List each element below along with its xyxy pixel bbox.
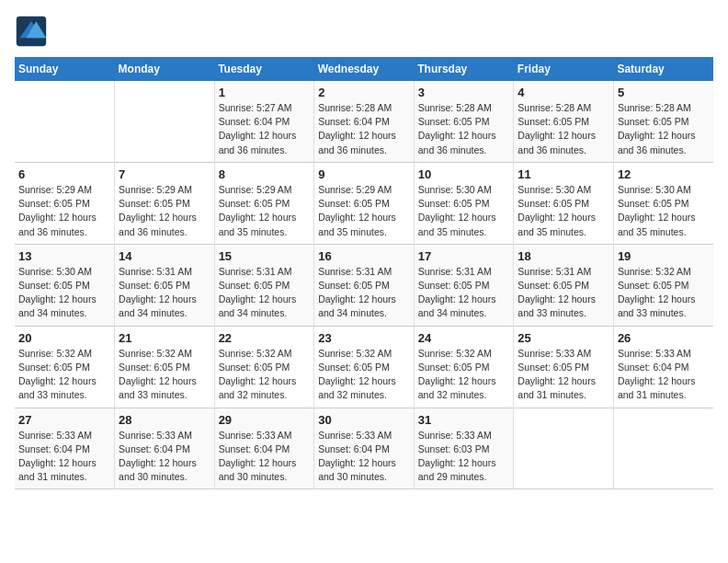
week-row-1: 1Sunrise: 5:27 AM Sunset: 6:04 PM Daylig… [15, 81, 713, 162]
day-info: Sunrise: 5:33 AM Sunset: 6:05 PM Dayligh… [518, 347, 609, 403]
day-info: Sunrise: 5:31 AM Sunset: 6:05 PM Dayligh… [219, 265, 311, 321]
day-number: 4 [518, 86, 609, 99]
week-row-2: 6Sunrise: 5:29 AM Sunset: 6:05 PM Daylig… [15, 162, 713, 244]
day-number: 8 [219, 167, 311, 181]
day-cell [115, 81, 215, 162]
day-cell: 17Sunrise: 5:31 AM Sunset: 6:05 PM Dayli… [414, 244, 514, 326]
day-number: 22 [219, 331, 311, 345]
week-row-3: 13Sunrise: 5:30 AM Sunset: 6:05 PM Dayli… [15, 244, 713, 326]
day-cell: 21Sunrise: 5:32 AM Sunset: 6:05 PM Dayli… [115, 326, 215, 408]
day-cell: 22Sunrise: 5:32 AM Sunset: 6:05 PM Dayli… [214, 326, 314, 408]
day-info: Sunrise: 5:29 AM Sunset: 6:05 PM Dayligh… [18, 183, 110, 239]
day-cell: 7Sunrise: 5:29 AM Sunset: 6:05 PM Daylig… [115, 162, 215, 244]
day-cell [613, 408, 713, 489]
day-info: Sunrise: 5:32 AM Sunset: 6:05 PM Dayligh… [318, 347, 410, 403]
day-cell: 30Sunrise: 5:33 AM Sunset: 6:04 PM Dayli… [314, 408, 415, 489]
day-info: Sunrise: 5:31 AM Sunset: 6:05 PM Dayligh… [119, 265, 210, 321]
day-number: 27 [18, 413, 110, 427]
day-info: Sunrise: 5:27 AM Sunset: 6:04 PM Dayligh… [219, 101, 311, 157]
day-cell: 5Sunrise: 5:28 AM Sunset: 6:05 PM Daylig… [613, 81, 713, 162]
day-cell: 24Sunrise: 5:32 AM Sunset: 6:05 PM Dayli… [414, 326, 514, 408]
day-cell: 9Sunrise: 5:29 AM Sunset: 6:05 PM Daylig… [314, 162, 415, 244]
day-cell: 20Sunrise: 5:32 AM Sunset: 6:05 PM Dayli… [15, 326, 115, 408]
day-info: Sunrise: 5:32 AM Sunset: 6:05 PM Dayligh… [219, 347, 311, 403]
day-number: 13 [18, 249, 110, 263]
day-number: 29 [219, 413, 311, 427]
day-info: Sunrise: 5:32 AM Sunset: 6:05 PM Dayligh… [18, 347, 110, 403]
day-cell: 6Sunrise: 5:29 AM Sunset: 6:05 PM Daylig… [15, 162, 115, 244]
day-cell: 19Sunrise: 5:32 AM Sunset: 6:05 PM Dayli… [613, 244, 713, 326]
day-cell: 2Sunrise: 5:28 AM Sunset: 6:04 PM Daylig… [314, 81, 415, 162]
day-info: Sunrise: 5:28 AM Sunset: 6:04 PM Dayligh… [318, 101, 410, 157]
day-info: Sunrise: 5:30 AM Sunset: 6:05 PM Dayligh… [18, 265, 110, 321]
day-info: Sunrise: 5:31 AM Sunset: 6:05 PM Dayligh… [518, 265, 609, 321]
day-number: 10 [418, 167, 510, 181]
day-number: 26 [618, 331, 710, 345]
day-info: Sunrise: 5:30 AM Sunset: 6:05 PM Dayligh… [618, 183, 710, 239]
day-cell: 8Sunrise: 5:29 AM Sunset: 6:05 PM Daylig… [214, 162, 314, 244]
week-row-5: 27Sunrise: 5:33 AM Sunset: 6:04 PM Dayli… [15, 408, 713, 489]
col-header-monday: Monday [115, 57, 215, 81]
day-info: Sunrise: 5:29 AM Sunset: 6:05 PM Dayligh… [219, 183, 311, 239]
day-info: Sunrise: 5:29 AM Sunset: 6:05 PM Dayligh… [318, 183, 410, 239]
day-info: Sunrise: 5:33 AM Sunset: 6:04 PM Dayligh… [219, 429, 311, 485]
day-info: Sunrise: 5:33 AM Sunset: 6:04 PM Dayligh… [318, 429, 410, 485]
day-cell: 14Sunrise: 5:31 AM Sunset: 6:05 PM Dayli… [115, 244, 215, 326]
day-cell: 16Sunrise: 5:31 AM Sunset: 6:05 PM Dayli… [314, 244, 415, 326]
day-cell [15, 81, 115, 162]
day-number: 9 [318, 167, 410, 181]
logo [15, 15, 51, 48]
day-number: 31 [418, 413, 510, 427]
day-cell [514, 408, 614, 489]
col-header-sunday: Sunday [15, 57, 115, 81]
day-cell: 3Sunrise: 5:28 AM Sunset: 6:05 PM Daylig… [414, 81, 514, 162]
col-header-thursday: Thursday [414, 57, 514, 81]
day-cell: 25Sunrise: 5:33 AM Sunset: 6:05 PM Dayli… [514, 326, 614, 408]
day-cell: 23Sunrise: 5:32 AM Sunset: 6:05 PM Dayli… [314, 326, 415, 408]
day-number: 7 [119, 167, 210, 181]
day-info: Sunrise: 5:33 AM Sunset: 6:03 PM Dayligh… [418, 429, 510, 485]
day-cell: 31Sunrise: 5:33 AM Sunset: 6:03 PM Dayli… [414, 408, 514, 489]
day-info: Sunrise: 5:33 AM Sunset: 6:04 PM Dayligh… [18, 429, 110, 485]
week-row-4: 20Sunrise: 5:32 AM Sunset: 6:05 PM Dayli… [15, 326, 713, 408]
day-number: 28 [119, 413, 210, 427]
day-info: Sunrise: 5:31 AM Sunset: 6:05 PM Dayligh… [318, 265, 410, 321]
day-cell: 13Sunrise: 5:30 AM Sunset: 6:05 PM Dayli… [15, 244, 115, 326]
day-info: Sunrise: 5:30 AM Sunset: 6:05 PM Dayligh… [418, 183, 510, 239]
day-number: 19 [618, 249, 710, 263]
day-number: 15 [219, 249, 311, 263]
day-number: 14 [119, 249, 210, 263]
day-number: 2 [318, 86, 410, 99]
day-info: Sunrise: 5:33 AM Sunset: 6:04 PM Dayligh… [618, 347, 710, 403]
day-cell: 18Sunrise: 5:31 AM Sunset: 6:05 PM Dayli… [514, 244, 614, 326]
day-cell: 15Sunrise: 5:31 AM Sunset: 6:05 PM Dayli… [214, 244, 314, 326]
day-info: Sunrise: 5:32 AM Sunset: 6:05 PM Dayligh… [119, 347, 210, 403]
logo-icon [15, 15, 48, 48]
day-info: Sunrise: 5:32 AM Sunset: 6:05 PM Dayligh… [618, 265, 710, 321]
col-header-friday: Friday [514, 57, 614, 81]
day-number: 1 [219, 86, 311, 99]
day-cell: 26Sunrise: 5:33 AM Sunset: 6:04 PM Dayli… [613, 326, 713, 408]
day-info: Sunrise: 5:29 AM Sunset: 6:05 PM Dayligh… [119, 183, 210, 239]
day-number: 17 [418, 249, 510, 263]
day-info: Sunrise: 5:28 AM Sunset: 6:05 PM Dayligh… [618, 101, 710, 157]
day-number: 30 [318, 413, 410, 427]
day-number: 11 [518, 167, 609, 181]
col-header-wednesday: Wednesday [314, 57, 415, 81]
day-number: 12 [618, 167, 710, 181]
day-cell: 4Sunrise: 5:28 AM Sunset: 6:05 PM Daylig… [514, 81, 614, 162]
day-cell: 12Sunrise: 5:30 AM Sunset: 6:05 PM Dayli… [613, 162, 713, 244]
day-info: Sunrise: 5:33 AM Sunset: 6:04 PM Dayligh… [119, 429, 210, 485]
calendar-header-row: SundayMondayTuesdayWednesdayThursdayFrid… [15, 57, 713, 81]
day-number: 20 [18, 331, 110, 345]
calendar-table: SundayMondayTuesdayWednesdayThursdayFrid… [15, 57, 713, 489]
day-cell: 1Sunrise: 5:27 AM Sunset: 6:04 PM Daylig… [214, 81, 314, 162]
day-number: 24 [418, 331, 510, 345]
day-info: Sunrise: 5:31 AM Sunset: 6:05 PM Dayligh… [418, 265, 510, 321]
day-number: 18 [518, 249, 609, 263]
day-cell: 29Sunrise: 5:33 AM Sunset: 6:04 PM Dayli… [214, 408, 314, 489]
day-number: 6 [18, 167, 110, 181]
col-header-tuesday: Tuesday [214, 57, 314, 81]
day-cell: 27Sunrise: 5:33 AM Sunset: 6:04 PM Dayli… [15, 408, 115, 489]
page-header [15, 15, 713, 48]
